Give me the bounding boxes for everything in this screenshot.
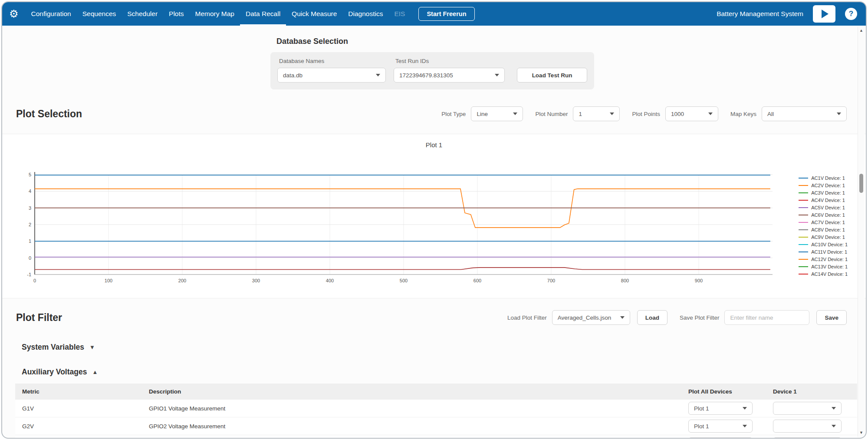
- description-cell: GPIO3 Voltage Measurement: [142, 435, 681, 439]
- legend-item[interactable]: AC1V Device: 1: [799, 174, 848, 182]
- nav-diagnostics[interactable]: Diagnostics: [342, 2, 388, 26]
- legend-item[interactable]: AC9V Device: 1: [799, 233, 848, 241]
- test-run-ids-value: 1722394679.831305: [399, 72, 491, 79]
- plot-selection-row: Plot Selection Plot Type Line Plot Numbe…: [2, 105, 866, 122]
- legend-item[interactable]: AC14V Device: 1: [799, 270, 848, 278]
- load-button[interactable]: Load: [637, 310, 667, 325]
- chevron-down-icon: [708, 112, 713, 115]
- map-keys-value: All: [767, 111, 833, 117]
- load-plot-filter-label: Load Plot Filter: [507, 314, 547, 321]
- nav-memory-map[interactable]: Memory Map: [190, 2, 240, 26]
- nav-data-recall[interactable]: Data Recall: [240, 2, 286, 26]
- auxiliary-voltages-toggle[interactable]: Auxiliary Voltages ▲: [22, 367, 866, 377]
- database-names-dropdown[interactable]: data.db: [277, 68, 386, 83]
- plot-type-dropdown[interactable]: Line: [471, 106, 523, 121]
- svg-text:300: 300: [252, 278, 260, 283]
- device-1-dropdown[interactable]: [773, 420, 842, 433]
- legend-item[interactable]: AC7V Device: 1: [799, 218, 848, 226]
- legend-item[interactable]: AC2V Device: 1: [799, 182, 848, 189]
- scroll-down-icon[interactable]: ▼: [858, 430, 865, 436]
- nav-sequences[interactable]: Sequences: [77, 2, 122, 26]
- legend-label: AC14V Device: 1: [811, 271, 848, 277]
- map-keys-label: Map Keys: [730, 111, 756, 117]
- map-keys-dropdown[interactable]: All: [762, 106, 847, 121]
- play-button[interactable]: [813, 5, 835, 23]
- legend-item[interactable]: AC13V Device: 1: [799, 263, 848, 270]
- auxiliary-voltages-title: Auxiliary Voltages: [22, 367, 87, 377]
- plot-number-dropdown[interactable]: 1: [573, 106, 620, 121]
- nav-plots[interactable]: Plots: [163, 2, 189, 26]
- legend-label: AC4V Device: 1: [811, 198, 845, 203]
- col-description: Description: [142, 384, 681, 400]
- app-title: Battery Management System: [717, 10, 803, 18]
- play-icon: [822, 10, 829, 18]
- svg-text:3: 3: [29, 205, 31, 211]
- legend-label: AC11V Device: 1: [811, 249, 847, 255]
- database-selection-title: Database Selection: [276, 37, 866, 46]
- device-1-dropdown[interactable]: [773, 437, 842, 439]
- chevron-down-icon: [837, 112, 841, 115]
- nav-quick-measure[interactable]: Quick Measure: [286, 2, 342, 26]
- svg-text:800: 800: [621, 278, 629, 283]
- chevron-down-icon: ▼: [89, 344, 95, 351]
- plot-all-devices-dropdown[interactable]: Plot 1: [688, 420, 753, 433]
- legend-item[interactable]: AC10V Device: 1: [799, 241, 848, 248]
- scrollbar-thumb[interactable]: [859, 174, 863, 193]
- legend-item[interactable]: AC4V Device: 1: [799, 196, 848, 204]
- auxiliary-voltages-table: Metric Description Plot All Devices Devi…: [15, 384, 857, 439]
- plot-all-devices-dropdown[interactable]: Plot 1: [688, 437, 753, 439]
- database-names-value: data.db: [283, 72, 372, 79]
- plot-points-label: Plot Points: [632, 111, 660, 117]
- plot-1-section: Plot 1 0100200300400500600700800900-1012…: [2, 134, 866, 298]
- start-freerun-button[interactable]: Start Freerun: [418, 7, 474, 21]
- plot-canvas: 0100200300400500600700800900-1012345: [20, 160, 783, 287]
- save-button[interactable]: Save: [816, 310, 847, 325]
- svg-text:500: 500: [400, 278, 408, 283]
- plot-all-devices-value: Plot 1: [694, 423, 739, 430]
- load-test-run-button[interactable]: Load Test Run: [517, 68, 587, 83]
- legend-color-line: [799, 251, 808, 252]
- legend-item[interactable]: AC11V Device: 1: [799, 248, 848, 255]
- chevron-down-icon: [743, 425, 747, 427]
- legend-item[interactable]: AC8V Device: 1: [799, 226, 848, 233]
- gear-icon[interactable]: ⚙: [9, 9, 19, 19]
- svg-text:700: 700: [547, 278, 555, 283]
- legend-color-line: [799, 244, 808, 245]
- nav-configuration[interactable]: Configuration: [26, 2, 77, 26]
- legend-item[interactable]: AC6V Device: 1: [799, 211, 848, 218]
- plot-points-dropdown[interactable]: 1000: [665, 106, 718, 121]
- legend-color-line: [799, 215, 808, 215]
- scroll-up-icon[interactable]: ▲: [858, 27, 865, 33]
- test-run-ids-dropdown[interactable]: 1722394679.831305: [394, 68, 505, 83]
- load-plot-filter-dropdown[interactable]: Averaged_Cells.json: [552, 310, 630, 325]
- nav-eis[interactable]: EIS: [388, 2, 411, 26]
- col-metric: Metric: [15, 384, 142, 400]
- svg-text:2: 2: [29, 222, 31, 227]
- col-plot-all-devices: Plot All Devices: [681, 384, 766, 400]
- plot-points-value: 1000: [671, 111, 705, 117]
- nav-scheduler[interactable]: Scheduler: [122, 2, 163, 26]
- legend-item[interactable]: AC3V Device: 1: [799, 189, 848, 196]
- chevron-down-icon: [610, 112, 614, 115]
- plot-all-devices-dropdown[interactable]: Plot 1: [688, 402, 753, 415]
- table-row: G2V GPIO2 Voltage Measurement Plot 1: [15, 417, 857, 435]
- legend-item[interactable]: AC5V Device: 1: [799, 204, 848, 211]
- legend-color-line: [799, 259, 808, 260]
- top-navbar: ⚙ Configuration Sequences Scheduler Plot…: [2, 2, 866, 26]
- legend-color-line: [799, 237, 808, 238]
- help-icon[interactable]: ?: [845, 8, 857, 20]
- device-1-dropdown[interactable]: [773, 402, 842, 415]
- legend-color-line: [799, 222, 808, 223]
- plot-type-label: Plot Type: [441, 111, 466, 117]
- legend-item[interactable]: AC12V Device: 1: [799, 255, 848, 263]
- svg-text:0: 0: [33, 278, 36, 283]
- database-selection-panel: Database Names data.db Test Run IDs 1722…: [270, 52, 594, 89]
- page-scrollbar[interactable]: ▲ ▼: [858, 26, 865, 437]
- save-filter-name-input[interactable]: [724, 310, 809, 325]
- test-run-ids-label: Test Run IDs: [395, 58, 505, 64]
- legend-color-line: [799, 274, 808, 275]
- plot-all-devices-value: Plot 1: [694, 405, 739, 412]
- system-variables-toggle[interactable]: System Variables ▼: [22, 343, 866, 352]
- svg-text:4: 4: [29, 189, 31, 194]
- legend-label: AC12V Device: 1: [811, 257, 848, 262]
